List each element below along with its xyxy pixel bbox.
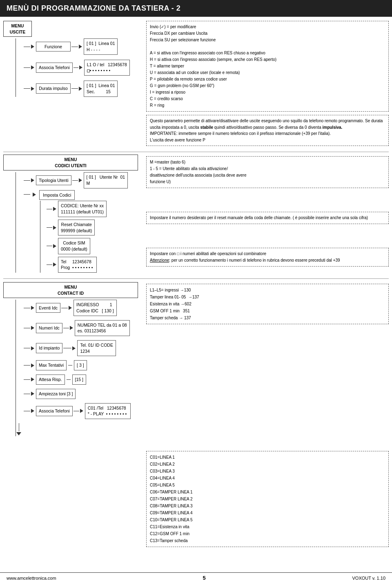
menu-uscite-label: MENU USCITE	[3, 21, 32, 37]
associa-tel-value-box: L1 O / tel 12345678••••••••	[84, 60, 130, 76]
funzione-row: Funzione [ 01 ] Linea 01H - - - -	[16, 38, 138, 54]
footer-page-number: 5	[203, 575, 205, 581]
uscite-flow: Funzione [ 01 ] Linea 01H - - - - Associ…	[16, 38, 138, 96]
ingresso-info-box: L1–L5= ingressi →130 Tamper linea 01- 05…	[146, 284, 389, 324]
contact-id-left: MENU CONTACT ID Eventi Idc INGRESSO	[3, 282, 138, 547]
top-right-info: Invio (✓) = per modificare Freccia DX pe…	[142, 21, 389, 149]
imposta-codici-section: Imposta Codici CODICE: Utente Nr xx11111…	[16, 190, 138, 273]
page-footer: www.amcelettronica.com 5 VOXOUT v. 1.10	[0, 572, 392, 583]
id-impianto-box: Id impianto	[36, 343, 62, 353]
eventi-idc-box: Eventi Idc	[36, 303, 60, 313]
page-wrapper: MENÙ DI PROGRAMMAZIONE DA TASTIERA - 2 M…	[0, 0, 392, 551]
tel-prog-info-box: Impostare con □ i numeri abilitati alle …	[146, 248, 389, 267]
menu-uscite-section: MENU USCITE Funzione	[3, 21, 138, 149]
attesa-risp-val-box: [15 ]	[72, 374, 86, 385]
footer-product: VOXOUT v. 1.10	[352, 576, 385, 581]
max-tentativi-box: Max Tentativi	[36, 360, 67, 370]
utente-nr-box: [ 01 ] Utente Nr 01M	[84, 172, 128, 188]
funzione-box: Funzione	[36, 42, 71, 52]
footer-website: www.amcelettronica.com	[7, 576, 56, 581]
contact-id-flow: Eventi Idc INGRESSO 1Codice IDC [ 130 ] …	[16, 300, 138, 436]
id-code-box: Tel. 01/ ID CODE1234	[77, 340, 116, 356]
ingresso-box: INGRESSO 1Codice IDC [ 130 ]	[74, 300, 117, 316]
codice-utente-box: CODICE: Utente Nr xx111111 (default UT01…	[58, 201, 107, 217]
master-info-box: M =master (tasto 6) 1 - 5 = Utente abili…	[146, 156, 389, 188]
associa-tel-contact-box: Associa Telefoni	[36, 406, 73, 416]
numeri-idc-box: Numeri Idc	[36, 323, 62, 333]
parametro-info-box: Questo parametro permette di attivare/di…	[146, 115, 389, 146]
durata-value-box: [ 01 ] Linea 01Sec. 15	[84, 81, 118, 96]
menu-codici-section: MENU CODICI UTENTI Tipologia Utenti [ 0	[3, 155, 389, 275]
c-codes-info-box: C01=LINEA 1 C02=LINEA 2 C03=LINEA 3 C04=…	[146, 451, 389, 547]
page-title: MENÙ DI PROGRAMMAZIONE DA TASTIERA - 2	[0, 0, 392, 17]
legend-box: Invio (✓) = per modificare Freccia DX pe…	[146, 21, 389, 112]
reset-chiamate-box: Reset Chiamate999999 (default)	[58, 220, 95, 235]
menu-codici-label: MENU CODICI UTENTI	[3, 155, 138, 170]
durata-impulso-row: Durata impulso [ 01 ] Linea 01Sec. 15	[16, 81, 138, 96]
codici-right-info: M =master (tasto 6) 1 - 5 = Utente abili…	[142, 155, 389, 275]
tel-prog-box: Tel 12345678Prog ••••••••	[58, 257, 97, 273]
menu-contact-id-label: MENU CONTACT ID	[3, 282, 138, 298]
tipologia-utenti-box: Tipologia Utenti	[36, 175, 71, 186]
attesa-risp-box: Attesa Risp.	[36, 374, 65, 385]
durata-impulso-box: Durata impulso	[36, 83, 71, 94]
main-content: MENU USCITE Funzione	[0, 17, 392, 551]
menu-contact-id-section: MENU CONTACT ID Eventi Idc INGRESSO	[3, 282, 389, 547]
associa-telefoni-box: Associa Telefoni	[36, 63, 73, 73]
codici-flow: Tipologia Utenti [ 01 ] Utente Nr 01M Im…	[16, 172, 138, 273]
numero-tel-box: NUMERO TEL da 01 a 08es. 031123456	[75, 320, 130, 336]
imposta-codici-box: Imposta Codici	[39, 190, 75, 200]
funzione-value-box: [ 01 ] Linea 01H - - - -	[84, 38, 118, 54]
c01-tel-box: C01 /Tel 12345678* - PLAY ••••••••	[85, 403, 131, 419]
codici-utenti-left: MENU CODICI UTENTI Tipologia Utenti [ 0	[3, 155, 138, 275]
reset-info-box: Impostare il numero desiderato per il re…	[146, 212, 389, 224]
max-tentativi-val-box: [ 3 ]	[74, 360, 87, 370]
associa-telefoni-row: Associa Telefoni L1 O / tel 12345678••••…	[16, 60, 138, 76]
contact-id-right-info: L1–L5= ingressi →130 Tamper linea 01- 05…	[142, 282, 389, 547]
ampiezza-toni-box: Ampiezza toni [3 ]	[36, 389, 76, 399]
codice-sim-box: Codice SIM0000 (default)	[58, 238, 90, 254]
